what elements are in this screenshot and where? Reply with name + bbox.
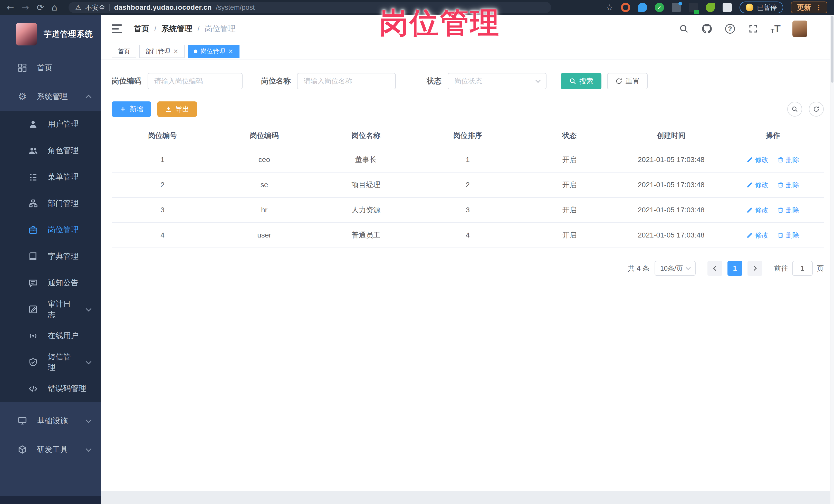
breadcrumb-system[interactable]: 系统管理	[161, 24, 192, 34]
cell-post-name: 董事长	[315, 155, 417, 165]
table-row: 3 hr 人力资源 3 开启 2021-01-05 17:03:48 修改	[112, 198, 824, 223]
back-icon[interactable]: ←	[7, 3, 14, 12]
delete-link[interactable]: 删除	[777, 180, 799, 190]
delete-link[interactable]: 删除	[777, 155, 799, 164]
sidebar-item-error-code-management[interactable]: 错误码管理	[0, 375, 101, 402]
edit-link[interactable]: 修改	[746, 231, 769, 240]
app-logo-row[interactable]: 芋道管理系统	[0, 15, 101, 53]
sidebar-item-dept-management[interactable]: 部门管理	[0, 190, 101, 217]
prev-page-button[interactable]	[707, 261, 722, 276]
sidebar-item-dev-tools[interactable]: 研发工具	[0, 435, 101, 464]
profile-paused-pill[interactable]: 已暂停	[740, 2, 783, 13]
refresh-icon	[615, 78, 622, 85]
extension-icon-grid[interactable]	[672, 3, 681, 12]
extension-icon-check[interactable]: ✓	[655, 3, 664, 12]
next-page-button[interactable]	[747, 261, 762, 276]
font-size-icon[interactable]: TT	[771, 23, 781, 35]
post-code-input[interactable]	[148, 73, 243, 89]
hamburger-icon[interactable]	[112, 24, 122, 33]
cell-status: 开启	[519, 180, 620, 190]
github-icon[interactable]	[701, 23, 712, 35]
close-icon[interactable]: ×	[173, 48, 178, 55]
add-button[interactable]: 新增	[112, 102, 151, 117]
edit-link[interactable]: 修改	[746, 155, 769, 164]
extension-icon-sprout[interactable]	[706, 3, 715, 12]
browser-menu-icon[interactable]: ⋮	[815, 3, 822, 12]
status-select[interactable]: 岗位状态	[448, 73, 547, 89]
sidebar-footer	[0, 496, 101, 504]
chevron-down-icon	[86, 417, 92, 423]
sidebar-item-role-management[interactable]: 角色管理	[0, 137, 101, 164]
tab-post-management[interactable]: 岗位管理 ×	[188, 45, 240, 58]
cell-operations: 修改 删除	[722, 155, 824, 164]
search-button[interactable]: 搜索	[561, 73, 601, 89]
shield-icon	[28, 357, 39, 368]
extensions-puzzle-icon[interactable]	[723, 3, 732, 12]
bookmark-star-icon[interactable]: ☆	[606, 3, 613, 12]
toggle-search-button[interactable]	[787, 102, 802, 116]
sidebar-item-system-management[interactable]: ⚙ 系统管理	[0, 82, 101, 111]
not-secure-label[interactable]: 不安全	[85, 3, 105, 12]
search-icon[interactable]	[678, 23, 689, 35]
user-avatar[interactable]	[792, 21, 807, 37]
post-name-input[interactable]	[297, 73, 396, 89]
sidebar-item-label: 基础设施	[37, 416, 77, 426]
user-icon	[28, 119, 39, 130]
extension-icon-badge[interactable]	[689, 3, 698, 12]
tab-home[interactable]: 首页	[112, 45, 136, 58]
goto-page-input[interactable]	[792, 261, 813, 276]
page-scrollbar[interactable]	[830, 15, 834, 504]
sidebar-item-menu-management[interactable]: 菜单管理	[0, 164, 101, 190]
page-size-select[interactable]: 10条/页	[655, 261, 696, 276]
post-table: 岗位编号 岗位编码 岗位名称 岗位排序 状态 创建时间 操作 1 ceo 董事长…	[112, 124, 824, 248]
delete-link[interactable]: 删除	[777, 231, 799, 240]
sidebar-item-infrastructure[interactable]: 基础设施	[0, 407, 101, 435]
trash-icon	[777, 181, 784, 188]
sidebar-item-post-management[interactable]: 岗位管理	[0, 217, 101, 243]
breadcrumb-home[interactable]: 首页	[134, 24, 149, 34]
emoji-avatar-icon	[746, 4, 753, 11]
sidebar-item-online-users[interactable]: 在线用户	[0, 323, 101, 349]
sidebar-item-notice-announcement[interactable]: 通知公告	[0, 269, 101, 296]
fullscreen-icon[interactable]	[747, 23, 759, 35]
browser-update-button[interactable]: 更新 ⋮	[791, 2, 827, 13]
delete-link[interactable]: 删除	[777, 206, 799, 215]
sidebar-item-audit-log[interactable]: 审计日志	[0, 296, 101, 323]
home-icon[interactable]: ⌂	[52, 3, 58, 12]
sidebar-item-user-management[interactable]: 用户管理	[0, 111, 101, 137]
breadcrumb-separator: /	[197, 24, 199, 33]
close-icon[interactable]: ×	[228, 48, 233, 55]
table-row: 1 ceo 董事长 1 开启 2021-01-05 17:03:48 修改	[112, 147, 824, 173]
sidebar-item-label: 用户管理	[48, 119, 91, 129]
app-logo-image	[16, 23, 37, 45]
url-host[interactable]: dashboard.yudao.iocoder.cn	[114, 4, 212, 12]
scrollbar-thumb[interactable]	[831, 16, 833, 83]
col-header: 岗位排序	[417, 131, 519, 140]
extension-icon-ring[interactable]	[621, 3, 630, 12]
url-path[interactable]: /system/post	[216, 4, 255, 12]
book-icon	[28, 251, 39, 262]
edit-link[interactable]: 修改	[746, 180, 769, 190]
sidebar-item-sms-management[interactable]: 短信管理	[0, 349, 101, 375]
breadcrumb: 首页 / 系统管理 / 岗位管理	[134, 24, 236, 34]
reset-button[interactable]: 重置	[607, 73, 648, 89]
page-number-active[interactable]: 1	[727, 261, 742, 276]
col-header: 操作	[722, 131, 824, 140]
col-header: 岗位编号	[112, 131, 213, 140]
sidebar-item-dict-management[interactable]: 字典管理	[0, 243, 101, 269]
reload-icon[interactable]: ⟳	[37, 3, 44, 12]
sidebar-item-label: 菜单管理	[48, 172, 91, 182]
extension-icon-drop[interactable]	[638, 3, 647, 12]
tab-dept-management[interactable]: 部门管理 ×	[139, 45, 184, 58]
sidebar-item-home[interactable]: 首页	[0, 53, 101, 82]
export-button[interactable]: 导出	[157, 102, 197, 117]
edit-link[interactable]: 修改	[746, 206, 769, 215]
refresh-table-button[interactable]	[809, 102, 824, 116]
refresh-icon	[813, 106, 820, 112]
col-header: 岗位编码	[213, 131, 315, 140]
forward-icon[interactable]: →	[22, 3, 29, 12]
active-tab-dot	[194, 49, 197, 53]
sidebar-item-label: 首页	[37, 63, 91, 73]
help-icon[interactable]: ?	[724, 23, 736, 35]
table-header-row: 岗位编号 岗位编码 岗位名称 岗位排序 状态 创建时间 操作	[112, 124, 824, 147]
